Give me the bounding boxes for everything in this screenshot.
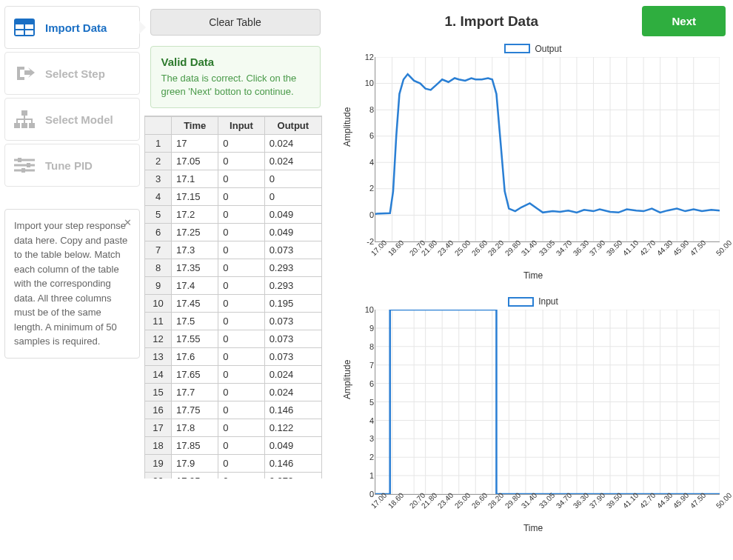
- cell[interactable]: 0: [218, 348, 264, 366]
- cell[interactable]: 17.5: [172, 313, 218, 330]
- svg-rect-4: [25, 30, 33, 35]
- table-row[interactable]: 11700.024: [145, 135, 322, 153]
- table-row[interactable]: 517.200.049: [145, 206, 322, 224]
- table-row[interactable]: 1917.900.146: [145, 455, 322, 473]
- cell[interactable]: 0.073: [264, 348, 321, 366]
- table-row[interactable]: 717.300.073: [145, 241, 322, 259]
- cell[interactable]: 17.4: [172, 277, 218, 295]
- wizard-step-tune-pid[interactable]: Tune PID: [4, 144, 140, 187]
- cell[interactable]: 0.024: [264, 366, 321, 384]
- cell[interactable]: 17.45: [172, 295, 218, 313]
- wizard-sidebar: Import DataSelect StepSelect ModelTune P…: [0, 0, 144, 556]
- cell[interactable]: 0: [218, 170, 264, 188]
- cell[interactable]: 0: [218, 295, 264, 313]
- wizard-step-import-data[interactable]: Import Data: [4, 6, 140, 49]
- cell[interactable]: 0: [218, 455, 264, 473]
- cell[interactable]: 17.8: [172, 419, 218, 437]
- table-row[interactable]: 2017.9500.073: [145, 473, 322, 479]
- cell[interactable]: 0: [218, 153, 264, 170]
- cell[interactable]: 17.75: [172, 401, 218, 419]
- table-row[interactable]: 1017.4500.195: [145, 295, 322, 313]
- table-row[interactable]: 817.3500.293: [145, 259, 322, 277]
- cell[interactable]: 17.25: [172, 224, 218, 241]
- cell[interactable]: 0: [218, 224, 264, 241]
- cell[interactable]: 0: [218, 277, 264, 295]
- y-tick: 10: [355, 305, 374, 314]
- table-row[interactable]: 617.2500.049: [145, 224, 322, 241]
- data-table-scroll[interactable]: TimeInputOutput 11700.024217.0500.024317…: [144, 116, 322, 479]
- cell[interactable]: 0.122: [264, 419, 321, 437]
- cell[interactable]: 0.073: [264, 330, 321, 348]
- cell[interactable]: 17.35: [172, 259, 218, 277]
- cell[interactable]: 0.049: [264, 206, 321, 224]
- cell[interactable]: 0.024: [264, 384, 321, 401]
- wizard-step-select-model[interactable]: Select Model: [4, 98, 140, 141]
- cell[interactable]: 17.1: [172, 170, 218, 188]
- cell[interactable]: 0: [218, 366, 264, 384]
- cell[interactable]: 17.65: [172, 366, 218, 384]
- cell[interactable]: 17.85: [172, 437, 218, 455]
- col-header[interactable]: Output: [264, 117, 321, 135]
- cell[interactable]: 0: [264, 170, 321, 188]
- table-row[interactable]: 317.100: [145, 170, 322, 188]
- cell[interactable]: 0.049: [264, 224, 321, 241]
- data-table[interactable]: TimeInputOutput 11700.024217.0500.024317…: [144, 116, 322, 479]
- col-header[interactable]: Input: [218, 117, 264, 135]
- col-header[interactable]: Time: [172, 117, 218, 135]
- table-row[interactable]: 1317.600.073: [145, 348, 322, 366]
- table-row[interactable]: 1117.500.073: [145, 313, 322, 330]
- table-row[interactable]: 1517.700.024: [145, 384, 322, 401]
- row-index: 9: [145, 277, 172, 295]
- cell[interactable]: 17: [172, 135, 218, 153]
- cell[interactable]: 17.2: [172, 206, 218, 224]
- table-row[interactable]: 1217.5500.073: [145, 330, 322, 348]
- table-row[interactable]: 217.0500.024: [145, 153, 322, 170]
- y-axis-label: Amplitude: [342, 360, 352, 399]
- cell[interactable]: 17.15: [172, 188, 218, 206]
- y-tick: 8: [355, 105, 374, 114]
- cell[interactable]: 17.6: [172, 348, 218, 366]
- cell[interactable]: 17.05: [172, 153, 218, 170]
- table-row[interactable]: 917.400.293: [145, 277, 322, 295]
- cell[interactable]: 17.9: [172, 455, 218, 473]
- cell[interactable]: 0: [218, 419, 264, 437]
- table-row[interactable]: 417.1500: [145, 188, 322, 206]
- cell[interactable]: 0: [218, 330, 264, 348]
- step-label: Select Model: [45, 113, 113, 126]
- cell[interactable]: 17.7: [172, 384, 218, 401]
- close-icon[interactable]: ✕: [124, 216, 132, 230]
- cell[interactable]: 0.049: [264, 437, 321, 455]
- cell[interactable]: 0: [218, 241, 264, 259]
- table-row[interactable]: 1817.8500.049: [145, 437, 322, 455]
- cell[interactable]: 0.024: [264, 153, 321, 170]
- y-tick: 1: [355, 471, 374, 480]
- cell[interactable]: 0.073: [264, 313, 321, 330]
- cell[interactable]: 0.293: [264, 277, 321, 295]
- cell[interactable]: 0: [218, 473, 264, 479]
- wizard-step-select-step[interactable]: Select Step: [4, 52, 140, 95]
- table-row[interactable]: 1617.7500.146: [145, 401, 322, 419]
- cell[interactable]: 0: [218, 259, 264, 277]
- cell[interactable]: 0.195: [264, 295, 321, 313]
- cell[interactable]: 0: [218, 384, 264, 401]
- cell[interactable]: 17.55: [172, 330, 218, 348]
- cell[interactable]: 17.95: [172, 473, 218, 479]
- cell[interactable]: 0.146: [264, 401, 321, 419]
- cell[interactable]: 0.073: [264, 473, 321, 479]
- table-row[interactable]: 1417.6500.024: [145, 366, 322, 384]
- cell[interactable]: 0: [218, 188, 264, 206]
- next-button[interactable]: Next: [642, 6, 726, 36]
- cell[interactable]: 0: [218, 401, 264, 419]
- cell[interactable]: 0.073: [264, 241, 321, 259]
- cell[interactable]: 0: [218, 437, 264, 455]
- cell[interactable]: 0: [218, 135, 264, 153]
- table-row[interactable]: 1717.800.122: [145, 419, 322, 437]
- cell[interactable]: 0: [218, 313, 264, 330]
- clear-table-button[interactable]: Clear Table: [150, 9, 321, 36]
- cell[interactable]: 0: [264, 188, 321, 206]
- cell[interactable]: 0.146: [264, 455, 321, 473]
- cell[interactable]: 0.293: [264, 259, 321, 277]
- cell[interactable]: 0.024: [264, 135, 321, 153]
- cell[interactable]: 0: [218, 206, 264, 224]
- cell[interactable]: 17.3: [172, 241, 218, 259]
